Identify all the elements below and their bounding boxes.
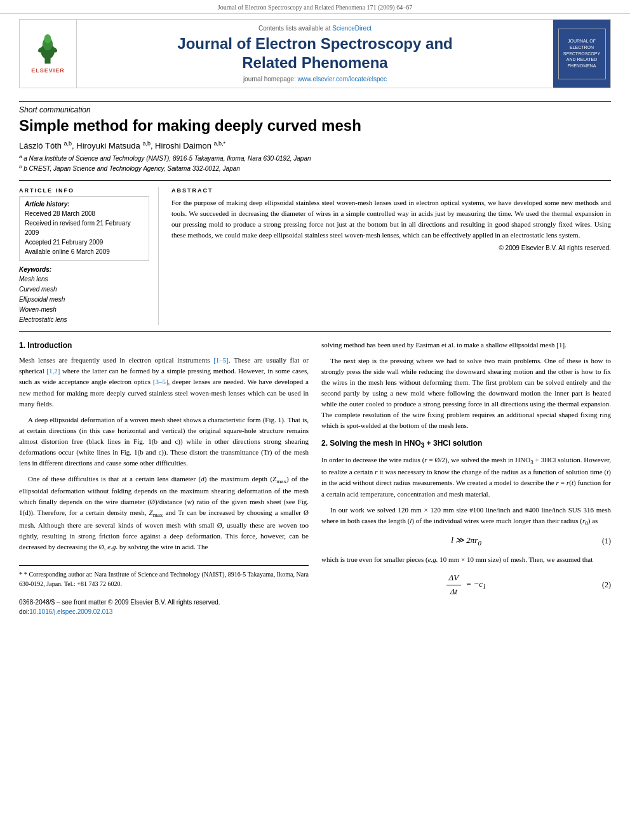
formula-1-number: (1) — [602, 535, 611, 547]
copyright-notice: © 2009 Elsevier B.V. All rights reserved… — [171, 244, 611, 251]
revised-date: Received in revised form 21 February 200… — [25, 218, 144, 237]
homepage-url[interactable]: www.elsevier.com/locate/elspec — [298, 76, 387, 83]
formula-1-note: which is true even for smaller pieces (e… — [321, 554, 611, 565]
article-affiliations: a a Nara Institute of Science and Techno… — [19, 153, 611, 174]
abstract-column: ABSTRACT For the purpose of making deep … — [171, 187, 611, 325]
svg-point-3 — [44, 34, 51, 44]
ref-1-5[interactable]: [1–5] — [213, 356, 229, 364]
article-info-heading: ARTICLE INFO — [19, 187, 149, 194]
formula-1-text: l ≫ 2πr0 — [451, 534, 481, 548]
journal-reference-text: Journal of Electron Spectroscopy and Rel… — [218, 4, 412, 11]
article-section-type: Short communication — [19, 105, 611, 114]
article-info-abstract-section: ARTICLE INFO Article history: Received 2… — [19, 187, 611, 325]
journal-homepage-link[interactable]: journal homepage: www.elsevier.com/locat… — [243, 76, 387, 83]
formula-2-number: (2) — [602, 579, 611, 591]
journal-cover-thumbnail: JOURNAL OFELECTRONSPECTROSCOPYAND RELATE… — [553, 20, 610, 88]
right-para-2: The next step is the pressing where we h… — [321, 356, 611, 431]
intro-para-3: One of these difficulties is that at a c… — [19, 474, 309, 552]
section2-para-1: In order to decrease the wire radius (r … — [321, 455, 611, 500]
article-title: Simple method for making deeply curved m… — [19, 117, 611, 135]
article-authors: László Tóth a,b, Hiroyuki Matsuda a,b, H… — [19, 140, 611, 150]
elsevier-brand-text: ELSEVIER — [31, 67, 65, 74]
abstract-divider — [19, 331, 611, 332]
homepage-label: journal homepage: — [243, 76, 296, 83]
main-left-column: 1. Introduction Mesh lenses are frequent… — [19, 340, 309, 617]
article-body: Short communication Simple method for ma… — [19, 88, 611, 617]
section2-number: 2. — [321, 439, 328, 448]
header-divider — [19, 101, 611, 102]
doi-link[interactable]: 10.1016/j.elspec.2009.02.013 — [29, 608, 112, 615]
section-number: 1. — [19, 341, 25, 350]
formula-2-block: ΔV Δt = −c1 (2) — [321, 571, 611, 597]
keywords-section: Keywords: Mesh lens Curved mesh Ellipsoi… — [19, 266, 149, 325]
introduction-heading: 1. Introduction — [19, 340, 309, 352]
ref-1-2[interactable]: [1,2] — [46, 367, 60, 375]
main-article-columns: 1. Introduction Mesh lenses are frequent… — [19, 340, 611, 617]
main-right-column: solving method has been used by Eastman … — [321, 340, 611, 617]
history-label: Article history: — [25, 201, 144, 208]
keyword-electrostatic-lens: Electrostatic lens — [19, 315, 149, 325]
elsevier-tree-icon — [32, 34, 64, 65]
received-date: Received 28 March 2008 — [25, 209, 144, 218]
journal-reference-bar: Journal of Electron Spectroscopy and Rel… — [0, 0, 630, 14]
intro-para-1: Mesh lenses are frequently used in elect… — [19, 355, 309, 409]
formula-2-text: ΔV Δt = −c1 — [446, 571, 486, 597]
footnote-area: * * Corresponding author at: Nara Instit… — [19, 565, 309, 589]
available-online-date: Available online 6 March 2009 — [25, 247, 144, 257]
journal-title-section: Contents lists available at ScienceDirec… — [77, 20, 553, 88]
article-history-box: Article history: Received 28 March 2008 … — [19, 196, 149, 261]
sciencedirect-anchor[interactable]: ScienceDirect — [332, 25, 372, 32]
section2-heading: 2. Solving the mesh in HNO3 + 3HCl solut… — [321, 437, 611, 451]
journal-main-title: Journal of Electron Spectroscopy andRela… — [177, 34, 452, 72]
corresponding-author-note: * * Corresponding author at: Nara Instit… — [19, 570, 309, 589]
keyword-mesh-lens: Mesh lens — [19, 274, 149, 284]
affiliations-divider — [19, 180, 611, 181]
keyword-ellipsoidal-mesh: Ellipsoidal mesh — [19, 295, 149, 305]
section2-para-2: In our work we solved 120 mm × 120 mm si… — [321, 505, 611, 528]
keyword-curved-mesh: Curved mesh — [19, 284, 149, 295]
journal-header: ELSEVIER Contents lists available at Sci… — [19, 19, 611, 88]
cover-image: JOURNAL OFELECTRONSPECTROSCOPYAND RELATE… — [558, 29, 606, 79]
right-para-1: solving method has been used by Eastman … — [321, 340, 611, 350]
keywords-label: Keywords: — [19, 266, 149, 273]
intro-para-2: A deep ellipsoidal deformation of a wove… — [19, 415, 309, 469]
cover-text: JOURNAL OFELECTRONSPECTROSCOPYAND RELATE… — [563, 38, 600, 69]
article-info-column: ARTICLE INFO Article history: Received 2… — [19, 187, 159, 325]
section-title: Introduction — [27, 341, 72, 350]
section2-title: Solving the mesh in HNO3 + 3HCl solution — [330, 439, 482, 448]
elsevier-logo: ELSEVIER — [31, 34, 65, 74]
accepted-date: Accepted 21 February 2009 — [25, 237, 144, 247]
contents-note: Contents lists available at — [258, 25, 330, 32]
ref-3-5[interactable]: [3–5] — [153, 378, 168, 385]
elsevier-logo-section: ELSEVIER — [20, 20, 77, 88]
sciencedirect-link[interactable]: Contents lists available at ScienceDirec… — [258, 25, 372, 32]
abstract-text: For the purpose of making deep ellipsoid… — [171, 197, 611, 241]
issn-info: 0368-2048/$ – see front matter © 2009 El… — [19, 597, 309, 607]
formula-1-block: l ≫ 2πr0 (1) — [321, 534, 611, 548]
abstract-heading: ABSTRACT — [171, 187, 611, 194]
bottom-info: 0368-2048/$ – see front matter © 2009 El… — [19, 597, 309, 617]
doi-info: doi:10.1016/j.elspec.2009.02.013 — [19, 607, 309, 617]
keyword-woven-mesh: Woven-mesh — [19, 305, 149, 315]
